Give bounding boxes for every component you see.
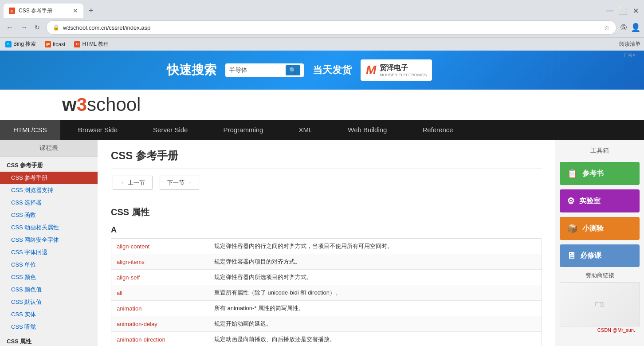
prop-link[interactable]: all (117, 290, 122, 296)
table-row: animation-direction 规定动画是向前播放、向后播放还是交替播放… (111, 332, 542, 346)
itcast-favicon: 📁 (45, 41, 51, 47)
tab-close-button[interactable]: ✕ (73, 7, 78, 14)
bookmark-html[interactable]: H HTML 教程 (72, 39, 110, 49)
nav-browser-side[interactable]: Browser Side (60, 120, 135, 140)
page-title: CSS 参考手册 (111, 149, 542, 169)
logo-3: 3 (77, 94, 87, 115)
nav-web-building[interactable]: Web Building (330, 120, 404, 140)
sidebar-link-css-colors[interactable]: CSS 颜色 (0, 271, 98, 283)
sidebar-link-css-browser[interactable]: CSS 浏览器支持 (0, 184, 98, 197)
desc-cell: 规定动画是向前播放、向后播放还是交替播放。 (209, 332, 542, 346)
banner-logo-name: 贸泽电子 (380, 63, 427, 73)
sidebar-title: 课程表 (0, 140, 98, 157)
bookmark-itcast[interactable]: 📁 itcast (43, 40, 67, 48)
prop-link[interactable]: align-content (117, 243, 149, 250)
sidebar-link-css-entities[interactable]: CSS 实体 (0, 308, 98, 321)
course-icon: 🖥 (567, 251, 576, 261)
prop-link[interactable]: animation (117, 305, 141, 312)
table-row: align-content 规定弹性容器内的行之间的对齐方式，当项目不使用所有可… (111, 239, 542, 254)
table-row: align-self 规定弹性容器内所选项目的对齐方式。 (111, 270, 542, 285)
reload-button[interactable]: ↻ (32, 22, 43, 33)
new-tab-button[interactable]: + (85, 4, 97, 17)
logo-w: w (62, 94, 77, 115)
profile-icon[interactable]: 👤 (631, 23, 640, 32)
prop-cell: all (111, 285, 209, 301)
html-favicon: H (74, 41, 80, 47)
bookmark-itcast-label: itcast (53, 41, 65, 47)
sidebar-link-css-ref[interactable]: CSS 参考手册 (0, 172, 98, 184)
sidebar-link-css-units[interactable]: CSS 单位 (0, 259, 98, 271)
main-navigation: HTML/CSS Browser Side Server Side Progra… (0, 120, 644, 140)
table-row: animation-delay 规定开始动画的延迟。 (111, 316, 542, 332)
desc-cell: 规定开始动画的延迟。 (209, 316, 542, 332)
desc-cell: 规定弹性容器内所选项目的对齐方式。 (209, 270, 542, 285)
bookmark-bing[interactable]: b Bing 搜索 (4, 39, 38, 49)
properties-table-wrapper: align-content 规定弹性容器内的行之间的对齐方式，当项目不使用所有可… (111, 238, 542, 346)
banner-search-button[interactable]: 🔍 (286, 65, 300, 75)
reading-mode-button[interactable]: 阅读清单 (619, 40, 640, 48)
sidebar-link-css-aural[interactable]: CSS 听觉 (0, 321, 98, 333)
bookmark-bing-label: Bing 搜索 (13, 40, 36, 48)
back-button[interactable]: ← (4, 22, 16, 33)
prop-link[interactable]: animation-direction (117, 336, 165, 343)
bookmark-star-icon[interactable]: ☆ (604, 24, 610, 31)
right-sidebar: 工具箱 📋 参考书 ⚙ 实验室 📦 小测验 🖥 必修课 赞助商链接 广告 (555, 140, 644, 346)
sponsor-ad: 广告 (560, 282, 640, 326)
prop-link[interactable]: align-items (117, 259, 145, 265)
desc-cell: 规定弹性容器内项目的对齐方式。 (209, 254, 542, 270)
quiz-button[interactable]: 📦 小测验 (560, 217, 640, 240)
sidebar-link-css-default[interactable]: CSS 默认值 (0, 296, 98, 308)
sidebar-link-css-selector[interactable]: CSS 选择器 (0, 197, 98, 209)
prop-cell: animation-direction (111, 332, 209, 346)
prev-button[interactable]: ← 上一节 (113, 176, 153, 190)
close-window-icon[interactable]: ✕ (633, 7, 639, 15)
nav-html-css[interactable]: HTML/CSS (0, 120, 60, 140)
tab-favicon: C (9, 8, 15, 14)
maximize-icon[interactable]: ⬜ (619, 7, 628, 15)
sidebar-link-css-colorvalue[interactable]: CSS 颜色值 (0, 283, 98, 296)
sidebar-link-css-font-fallback[interactable]: CSS 字体回退 (0, 246, 98, 259)
next-button[interactable]: 下一节 → (160, 176, 200, 190)
desc-cell: 重置所有属性（除了 unicode-bidi 和 direction）。 (209, 285, 542, 301)
lab-button[interactable]: ⚙ 实验室 (560, 189, 640, 212)
sidebar-link-css-animation[interactable]: CSS 动画相关属性 (0, 221, 98, 234)
prop-cell: animation-delay (111, 316, 209, 332)
forward-button[interactable]: → (18, 22, 30, 33)
logo-school: school (87, 94, 141, 115)
bookmark-html-label: HTML 教程 (82, 40, 109, 48)
toolbox-title: 工具箱 (560, 144, 640, 157)
url-bar[interactable]: 🔒 w3school.com.cn/cssref/index.asp ☆ (46, 20, 617, 35)
site-logo[interactable]: w 3 school (62, 94, 141, 115)
ref-book-icon: 📋 (567, 168, 578, 179)
nav-programming[interactable]: Programming (205, 120, 281, 140)
banner-logo-sub: MOUSER ELECTRONICS (380, 73, 427, 77)
prop-link[interactable]: animation-delay (117, 321, 157, 327)
main-content: CSS 参考手册 ← 上一节 下一节 → CSS 属性 A align-cont… (98, 140, 555, 346)
sidebar-section-css-ref: CSS 参考手册 (0, 157, 98, 172)
minimize-icon[interactable]: — (606, 7, 613, 15)
banner-search-input[interactable] (229, 67, 282, 74)
url-text: w3school.com.cn/cssref/index.asp (63, 24, 601, 31)
course-label: 必修课 (580, 251, 601, 260)
css-properties-table: align-content 规定弹性容器内的行之间的对齐方式，当项目不使用所有可… (111, 239, 542, 346)
browser-tab[interactable]: C CSS 参考手册 ✕ (4, 4, 83, 18)
ad-close-icon[interactable]: 广告× (624, 52, 635, 59)
sidebar-link-css-network[interactable]: CSS 网络安全字体 (0, 234, 98, 246)
course-button[interactable]: 🖥 必修课 (560, 244, 640, 267)
prop-cell: align-items (111, 254, 209, 270)
sidebar-link-css-function[interactable]: CSS 函数 (0, 209, 98, 221)
nav-server-side[interactable]: Server Side (135, 120, 205, 140)
table-row: all 重置所有属性（除了 unicode-bidi 和 direction）。 (111, 285, 542, 301)
window-controls: — ⬜ ✕ (606, 7, 644, 15)
banner-search-box[interactable]: 🔍 (225, 63, 304, 77)
banner-delivery-text: 当天发货 (313, 63, 352, 77)
ssl-icon: 🔒 (53, 24, 59, 31)
extensions-icon[interactable]: ⑤ (620, 23, 627, 32)
prop-cell: align-content (111, 239, 209, 254)
banner-logo: M 贸泽电子 MOUSER ELECTRONICS (361, 59, 432, 81)
nav-xml[interactable]: XML (281, 120, 330, 140)
prop-link[interactable]: align-self (117, 274, 140, 281)
sidebar-section-css-props: CSS 属性 (0, 333, 98, 346)
nav-reference[interactable]: Reference (404, 120, 471, 140)
ref-book-button[interactable]: 📋 参考书 (560, 162, 640, 185)
